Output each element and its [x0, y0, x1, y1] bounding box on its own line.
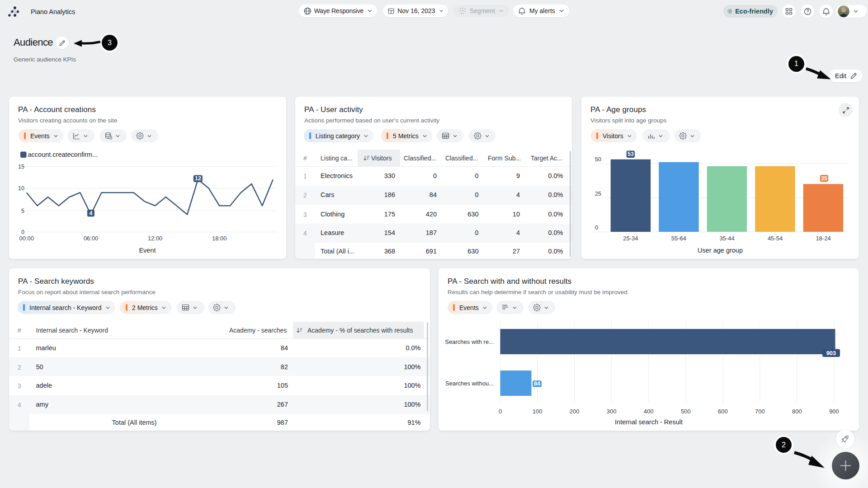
- svg-text:12:00: 12:00: [148, 235, 163, 242]
- svg-text:Internal search - Result: Internal search - Result: [615, 418, 683, 426]
- svg-text:18:00: 18:00: [212, 235, 227, 242]
- svg-text:account.createconfirm...: account.createconfirm...: [28, 151, 98, 158]
- svg-text:53: 53: [627, 151, 634, 157]
- svg-text:15: 15: [18, 164, 24, 170]
- svg-text:12: 12: [195, 175, 201, 182]
- svg-text:0: 0: [595, 225, 598, 231]
- svg-text:User age group: User age group: [698, 247, 743, 254]
- svg-text:900: 900: [829, 408, 839, 415]
- svg-text:Event: Event: [139, 247, 156, 254]
- svg-text:800: 800: [792, 408, 802, 415]
- svg-text:25: 25: [595, 191, 601, 197]
- svg-text:00:00: 00:00: [19, 235, 34, 242]
- svg-text:200: 200: [570, 408, 580, 415]
- svg-text:4: 4: [89, 210, 92, 216]
- svg-text:903: 903: [826, 350, 836, 357]
- svg-text:100: 100: [533, 408, 542, 415]
- svg-text:10: 10: [18, 185, 24, 192]
- svg-text:300: 300: [607, 408, 617, 415]
- svg-text:06:00: 06:00: [84, 235, 99, 242]
- svg-text:35: 35: [821, 175, 827, 182]
- svg-text:50: 50: [595, 156, 601, 163]
- svg-text:0: 0: [499, 408, 502, 415]
- svg-text:18-24: 18-24: [816, 235, 830, 242]
- svg-text:45-54: 45-54: [768, 235, 783, 242]
- svg-text:Searches withou...: Searches withou...: [445, 380, 494, 387]
- svg-text:84: 84: [534, 380, 540, 387]
- svg-text:600: 600: [718, 408, 728, 415]
- svg-text:5: 5: [21, 208, 24, 214]
- svg-text:35-44: 35-44: [719, 235, 734, 242]
- svg-text:500: 500: [681, 408, 691, 415]
- svg-text:55-64: 55-64: [671, 235, 686, 242]
- svg-text:700: 700: [755, 408, 765, 415]
- svg-text:25-34: 25-34: [623, 235, 638, 242]
- svg-text:Searches with re...: Searches with re...: [445, 338, 494, 345]
- svg-text:400: 400: [644, 408, 654, 415]
